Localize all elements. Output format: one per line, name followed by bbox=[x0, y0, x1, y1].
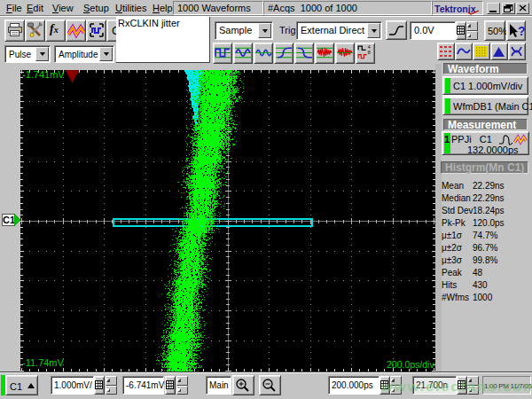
svg-text:8: 8 bbox=[368, 50, 371, 55]
svg-text:?: ? bbox=[518, 24, 526, 38]
